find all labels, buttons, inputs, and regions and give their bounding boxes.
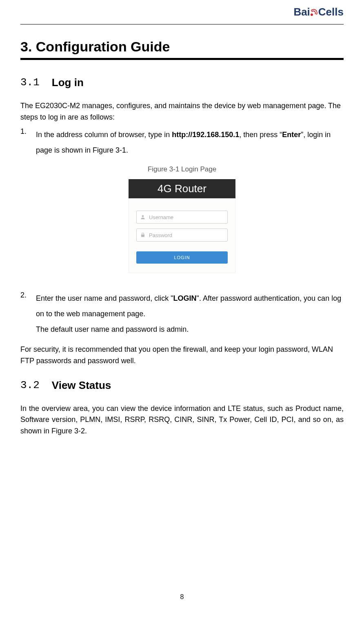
logo: BaiCells [293, 6, 344, 18]
login-url: http://192.168.150.1 [172, 131, 239, 139]
default-credentials-note: The default user name and password is ad… [36, 325, 189, 333]
password-field-wrapper [136, 229, 228, 242]
chapter-number: 3. [20, 39, 32, 54]
section-title: Log in [52, 76, 84, 89]
login-action: LOGIN [173, 294, 197, 302]
steps-list: 1. In the address column of browser, typ… [20, 127, 344, 158]
step-body: Enter the user name and password, click … [36, 291, 344, 337]
page-number: 8 [0, 593, 364, 601]
section-heading-login: 3.1 Log in [20, 76, 344, 89]
enter-key: Enter [282, 131, 301, 139]
chapter-title: Configuration Guide [36, 39, 170, 54]
username-input[interactable] [149, 214, 224, 220]
steps-list-2: 2. Enter the user name and password, cli… [20, 291, 344, 337]
svg-point-0 [142, 215, 144, 218]
logo-text-cells: Cells [318, 6, 344, 18]
password-input[interactable] [149, 232, 224, 238]
logo-signal-icon [311, 9, 318, 16]
section-heading-view-status: 3.2 View Status [20, 379, 344, 392]
chapter-rule [20, 58, 344, 60]
section-intro: The EG2030C-M2 manages, configures, and … [20, 100, 344, 123]
figure-caption: Figure 3-1 Login Page [20, 165, 344, 173]
section-number: 3.1 [20, 76, 40, 89]
svg-rect-1 [141, 235, 144, 237]
login-header: 4G Router [129, 179, 235, 198]
chapter-heading: 3. Configuration Guide [20, 39, 344, 55]
login-body: LOGIN [129, 198, 235, 273]
logo-text-bai: Bai [293, 6, 310, 18]
lock-icon [140, 232, 146, 238]
step-body: In the address column of browser, type i… [36, 127, 344, 158]
section-number: 3.2 [20, 379, 40, 392]
step-2: 2. Enter the user name and password, cli… [20, 291, 344, 337]
security-note: For security, it is recommended that you… [20, 344, 344, 367]
section-title: View Status [52, 379, 111, 392]
login-button[interactable]: LOGIN [136, 251, 228, 264]
user-icon [140, 214, 146, 220]
username-field-wrapper [136, 211, 228, 224]
login-figure: 4G Router LOGIN [127, 178, 237, 275]
step-marker: 1. [20, 127, 36, 158]
view-status-body: In the overview area, you can view the d… [20, 403, 344, 437]
step-1: 1. In the address column of browser, typ… [20, 127, 344, 158]
header-bar: BaiCells [20, 0, 344, 24]
step-marker: 2. [20, 291, 36, 337]
